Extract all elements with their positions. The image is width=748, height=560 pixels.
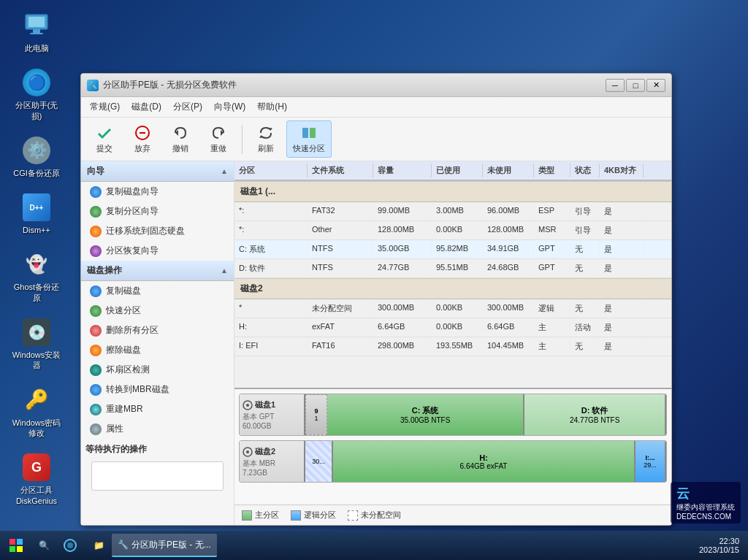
wizard-header[interactable]: 向导 ▲ (81, 161, 234, 182)
desktop-icon-win-install[interactable]: 💿 Windows安装器 (7, 314, 66, 375)
undo-button[interactable]: 撤销 (163, 120, 198, 158)
disk2-part-h[interactable]: H: 6.64GB exFAT (333, 441, 636, 482)
disk1-part-c[interactable]: C: 系统 35.00GB NTFS (327, 394, 524, 435)
quick-part-label: 快速分区 (106, 304, 141, 317)
quick-partition-label: 快速分区 (293, 143, 325, 154)
submit-button[interactable]: 提交 (87, 120, 122, 158)
table-header: 分区 文件系统 容量 已使用 未使用 类型 状态 4KB对齐 (234, 161, 671, 181)
refresh-button[interactable]: 刷新 (248, 120, 283, 158)
disk1-part-d[interactable]: D: 软件 24.77GB NTFS (524, 394, 666, 435)
sidebar-item-copy-disk2[interactable]: 复制磁盘 (81, 281, 234, 301)
table-row[interactable]: * 未分配空间 300.00MB 0.00KB 300.00MB 逻辑 无 是 (234, 299, 671, 318)
desktop-icon-win-pw[interactable]: 🔑 Windows密码修改 (7, 382, 66, 442)
sidebar-item-properties[interactable]: 属性 (81, 419, 234, 439)
menu-partition[interactable]: 分区(P) (167, 99, 208, 115)
watermark-logo: 云 (676, 485, 735, 502)
sidebar-item-quick-part[interactable]: 快速分区 (81, 301, 234, 321)
svg-point-15 (246, 450, 249, 453)
quick-partition-button[interactable]: 快速分区 (286, 120, 332, 158)
search-button[interactable]: 🔍 (32, 534, 56, 557)
table-row[interactable]: *: FAT32 99.00MB 3.00MB 96.00MB ESP 引导 是 (234, 202, 671, 221)
legend-logical-label: 逻辑分区 (304, 510, 336, 521)
taskbar-file-explorer[interactable]: 📁 (88, 534, 110, 557)
menu-disk[interactable]: 磁盘(D) (126, 99, 167, 115)
to-mbr-icon (90, 384, 102, 396)
copy-part-label: 复制分区向导 (106, 205, 159, 218)
window-title: 分区助手PE版 - 无损分区免费软件 (103, 79, 237, 91)
wipe-icon (90, 345, 102, 356)
sidebar-item-rebuild-mbr[interactable]: 重建MBR (81, 399, 234, 419)
rebuild-mbr-label: 重建MBR (106, 403, 143, 415)
sidebar-item-bad-sector[interactable]: 坏扇区检测 (81, 360, 234, 380)
pending-list (91, 461, 224, 491)
clock-time: 22:30 (699, 537, 739, 545)
maximize-button[interactable]: □ (626, 79, 645, 92)
migrate-icon (90, 226, 102, 237)
migrate-label: 迁移系统到固态硬盘 (106, 225, 185, 237)
table-row[interactable]: *: Other 128.00MB 0.00KB 128.00MB MSR 引导… (234, 221, 671, 240)
close-button[interactable]: ✕ (646, 79, 665, 92)
menu-general[interactable]: 常规(G) (84, 99, 126, 115)
taskbar-partition-app[interactable]: 🔧 分区助手PE版 - 无... (112, 534, 217, 557)
svg-point-13 (246, 404, 249, 407)
sidebar-item-copy-part[interactable]: 复制分区向导 (81, 202, 234, 221)
table-row[interactable]: I: EFI FAT16 298.00MB 193.55MB 104.45MB … (234, 337, 671, 356)
sidebar-item-delete-all[interactable]: 删除所有分区 (81, 321, 234, 340)
discard-button[interactable]: 放弃 (125, 120, 160, 158)
disk2-info: 磁盘2 基本 MBR 7.23GB (240, 441, 305, 482)
svg-rect-16 (9, 539, 15, 545)
main-content: 向导 ▲ 复制磁盘向导 复制分区向导 迁移系统到固态硬盘 (81, 161, 671, 525)
desktop-icon-diskgenius[interactable]: G 分区工具DiskGenius (7, 449, 66, 510)
sidebar-item-restore-part[interactable]: 分区恢复向导 (81, 241, 234, 261)
win-install-label: Windows安装器 (11, 350, 62, 371)
restore-label: 分区恢复向导 (106, 245, 159, 257)
desktop-icon-dism[interactable]: D++ Dism++ (7, 189, 66, 239)
desktop-icon-cgi[interactable]: ⚙️ CGI备份还原 (7, 132, 66, 182)
sidebar-item-to-mbr[interactable]: 转换到MBR磁盘 (81, 380, 234, 399)
table-row[interactable]: H: exFAT 6.64GB 0.00KB 6.64GB 主 活动 是 (234, 318, 671, 337)
menu-wizard[interactable]: 向导(W) (208, 99, 251, 115)
partition-icon: 🔵 (22, 68, 51, 97)
submit-label: 提交 (96, 143, 112, 154)
disk2-part-unalloc[interactable]: 30... (305, 441, 333, 482)
svg-rect-3 (30, 33, 43, 34)
disk2-group-header: 磁盘2 (234, 278, 671, 299)
bad-sector-label: 坏扇区检测 (106, 364, 150, 376)
menu-help[interactable]: 帮助(H) (251, 99, 293, 115)
dism-label: Dism++ (23, 225, 50, 235)
taskbar-apps: 📁 🔧 分区助手PE版 - 无... (88, 534, 217, 557)
disk-ops-header[interactable]: 磁盘操作 ▲ (81, 261, 234, 281)
disk1-part-sys1[interactable]: 9 1 (305, 394, 327, 435)
sidebar-item-wipe-disk[interactable]: 擦除磁盘 (81, 340, 234, 360)
table-row[interactable]: D: 软件 NTFS 24.77GB 95.51MB 24.68GB GPT 无… (234, 259, 671, 278)
desktop-icon-partition[interactable]: 🔵 分区助手(无损) (7, 64, 66, 125)
disk1-size: 60.00GB (243, 422, 301, 430)
svg-rect-17 (17, 539, 23, 545)
desktop: 此电脑 🔵 分区助手(无损) ⚙️ CGI备份还原 D++ Dism++ 👻 G… (0, 0, 748, 560)
start-button[interactable] (3, 534, 29, 557)
wizard-section: 向导 ▲ 复制磁盘向导 复制分区向导 迁移系统到固态硬盘 (81, 161, 234, 261)
desktop-icon-ghost[interactable]: 👻 Ghost备份还原 (7, 246, 66, 307)
legend-unalloc-label: 未分配空间 (361, 510, 401, 521)
col-status: 状态 (570, 164, 600, 177)
legend-primary-label: 主分区 (255, 510, 279, 521)
sidebar-item-migrate-ssd[interactable]: 迁移系统到固态硬盘 (81, 221, 234, 241)
key-icon: 🔑 (22, 386, 51, 415)
table-row[interactable]: C: 系统 NTFS 35.00GB 95.82MB 34.91GB GPT 无… (234, 240, 671, 259)
disk2-visual: 磁盘2 基本 MBR 7.23GB 30... (239, 440, 667, 483)
minimize-button[interactable]: ─ (606, 79, 625, 92)
toolbar-separator (242, 125, 243, 154)
disk2-part-i[interactable]: I:... 29... (636, 441, 666, 482)
cortana-button[interactable] (58, 534, 82, 557)
delete-all-icon (90, 325, 102, 337)
title-bar: 🔧 分区助手PE版 - 无损分区免费软件 ─ □ ✕ (81, 74, 671, 97)
sidebar-item-my-computer[interactable]: 此电脑 (7, 7, 66, 57)
partition-table[interactable]: 分区 文件系统 容量 已使用 未使用 类型 状态 4KB对齐 磁盘1 (... (234, 161, 671, 388)
redo-button[interactable]: 重做 (201, 120, 236, 158)
watermark-text: 继委内容管理系统 (676, 502, 735, 513)
dism-icon: D++ (22, 193, 51, 222)
sidebar-item-copy-disk[interactable]: 复制磁盘向导 (81, 182, 234, 202)
wipe-label: 擦除磁盘 (106, 344, 141, 356)
col-capacity: 容量 (373, 164, 432, 177)
win-pw-label: Windows密码修改 (11, 418, 62, 439)
